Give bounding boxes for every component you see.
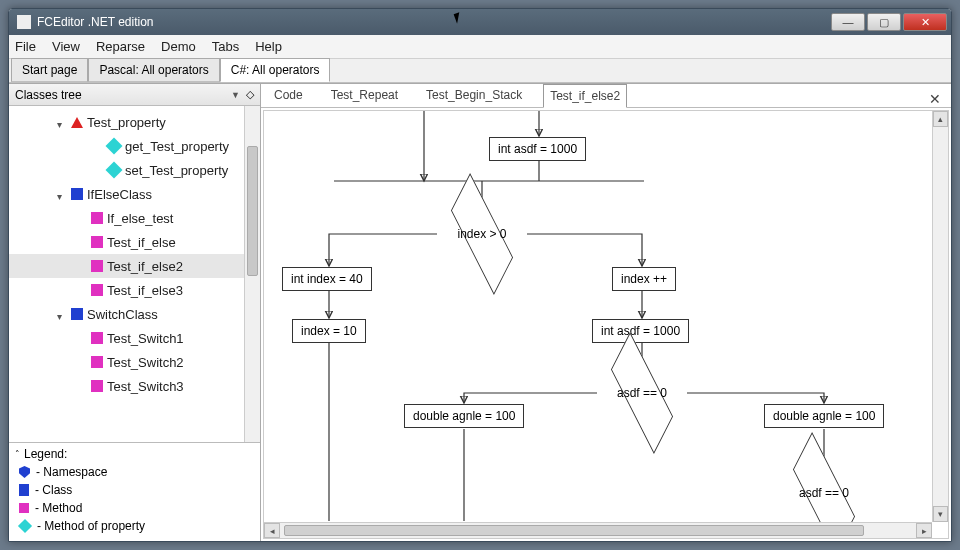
legend-row: - Method of property	[15, 517, 254, 535]
sidebar-header[interactable]: Classes tree ▼ ◇	[9, 84, 260, 106]
namespace-icon	[19, 466, 30, 478]
expander-icon[interactable]	[57, 309, 67, 319]
tree-item[interactable]: Test_if_else2	[9, 254, 260, 278]
flow-box-idx10: index = 10	[292, 319, 366, 343]
triangle-icon	[71, 116, 83, 128]
pin-icon[interactable]: ◇	[246, 88, 254, 101]
app-title: FCEditor .NET edition	[37, 15, 831, 29]
class-icon	[19, 484, 29, 496]
tab-pascal[interactable]: Pascal: All operators	[88, 58, 219, 82]
scroll-down-icon[interactable]: ▾	[933, 506, 948, 522]
flow-box-asdfset: int asdf = 1000	[592, 319, 689, 343]
maximize-button[interactable]: ▢	[867, 13, 901, 31]
legend-row: - Namespace	[15, 463, 254, 481]
tree-item-label: IfElseClass	[87, 187, 152, 202]
class-icon	[71, 188, 83, 200]
subtab-close-icon[interactable]: ✕	[929, 91, 945, 107]
tree-item[interactable]: Test_if_else	[9, 230, 260, 254]
subtab-ifelse2[interactable]: Test_if_else2	[543, 84, 627, 108]
flow-cond-asdf: asdf == 0	[597, 373, 687, 413]
subtab-begin[interactable]: Test_Begin_Stack	[419, 83, 529, 107]
expander-icon[interactable]	[57, 117, 67, 127]
tree-item-label: Test_if_else	[107, 235, 176, 250]
tree-item[interactable]: get_Test_property	[9, 134, 260, 158]
method-icon	[91, 260, 103, 272]
subtab-code[interactable]: Code	[267, 83, 310, 107]
flow-box-agnle-r: double agnle = 100	[764, 404, 884, 428]
legend-label: - Class	[35, 483, 72, 497]
tree-item-label: Test_Switch1	[107, 331, 184, 346]
legend-label: - Namespace	[36, 465, 107, 479]
method-icon	[91, 332, 103, 344]
tree-item[interactable]: SwitchClass	[9, 302, 260, 326]
sidebar: Classes tree ▼ ◇ Test_propertyget_Test_p…	[9, 84, 261, 541]
flow-box-init: int asdf = 1000	[489, 137, 586, 161]
tree-item[interactable]: Test_Switch2	[9, 350, 260, 374]
tree-scroll-thumb[interactable]	[247, 146, 258, 276]
dropdown-icon[interactable]: ▼	[231, 90, 240, 100]
tree-item[interactable]: Test_if_else3	[9, 278, 260, 302]
sidebar-title: Classes tree	[15, 88, 231, 102]
tab-csharp[interactable]: C#: All operators	[220, 58, 331, 82]
tree-item-label: Test_if_else3	[107, 283, 183, 298]
method-icon	[91, 356, 103, 368]
close-button[interactable]: ✕	[903, 13, 947, 31]
flow-box-agnle-l: double agnle = 100	[404, 404, 524, 428]
titlebar[interactable]: FCEditor .NET edition — ▢ ✕	[9, 9, 951, 35]
canvas-vscrollbar[interactable]: ▴ ▾	[932, 111, 948, 522]
classes-tree[interactable]: Test_propertyget_Test_propertyset_Test_p…	[9, 106, 260, 442]
method-icon	[91, 212, 103, 224]
document-tabs: Start page Pascal: All operators C#: All…	[9, 59, 951, 83]
tree-item[interactable]: Test_Switch1	[9, 326, 260, 350]
tree-scrollbar[interactable]	[244, 106, 260, 442]
flow-box-idxinc: index ++	[612, 267, 676, 291]
menu-demo[interactable]: Demo	[161, 39, 196, 54]
subtab-repeat[interactable]: Test_Repeat	[324, 83, 405, 107]
legend-label: - Method	[35, 501, 82, 515]
method-icon	[91, 284, 103, 296]
tree-item-label: Test_Switch3	[107, 379, 184, 394]
tree-item-label: get_Test_property	[125, 139, 229, 154]
tree-item-label: set_Test_property	[125, 163, 228, 178]
legend-row: - Method	[15, 499, 254, 517]
flow-box-idx40: int index = 40	[282, 267, 372, 291]
diamond-icon	[106, 162, 123, 179]
legend-row: - Class	[15, 481, 254, 499]
expander-icon[interactable]	[57, 189, 67, 199]
tab-startpage[interactable]: Start page	[11, 58, 88, 82]
sub-tabs: Code Test_Repeat Test_Begin_Stack Test_i…	[261, 84, 951, 108]
tree-item-label: SwitchClass	[87, 307, 158, 322]
flow-cond-index: index > 0	[437, 214, 527, 254]
flowchart-canvas[interactable]: int asdf = 1000 index > 0 int index = 40…	[263, 110, 949, 539]
menu-reparse[interactable]: Reparse	[96, 39, 145, 54]
method-icon	[19, 503, 29, 513]
minimize-button[interactable]: —	[831, 13, 865, 31]
legend-panel: ˄Legend: - Namespace- Class- Method- Met…	[9, 442, 260, 541]
canvas-hscrollbar[interactable]: ◂ ▸	[264, 522, 932, 538]
method-icon	[91, 380, 103, 392]
method-icon	[91, 236, 103, 248]
app-window: FCEditor .NET edition — ▢ ✕ File View Re…	[8, 8, 952, 542]
tree-item-label: If_else_test	[107, 211, 174, 226]
flow-cond-asdf2: asdf == 0	[779, 473, 869, 513]
menu-tabs[interactable]: Tabs	[212, 39, 239, 54]
chevron-up-icon[interactable]: ˄	[15, 449, 20, 459]
menu-view[interactable]: View	[52, 39, 80, 54]
menubar: File View Reparse Demo Tabs Help	[9, 35, 951, 59]
tree-item[interactable]: set_Test_property	[9, 158, 260, 182]
tree-item-label: Test_property	[87, 115, 166, 130]
diamond-icon	[18, 519, 32, 533]
tree-item[interactable]: Test_property	[9, 110, 260, 134]
tree-item[interactable]: Test_Switch3	[9, 374, 260, 398]
hscroll-thumb[interactable]	[284, 525, 864, 536]
legend-title: Legend:	[24, 447, 67, 461]
scroll-up-icon[interactable]: ▴	[933, 111, 948, 127]
tree-item-label: Test_if_else2	[107, 259, 183, 274]
scroll-left-icon[interactable]: ◂	[264, 523, 280, 538]
legend-label: - Method of property	[37, 519, 145, 533]
menu-help[interactable]: Help	[255, 39, 282, 54]
tree-item[interactable]: IfElseClass	[9, 182, 260, 206]
menu-file[interactable]: File	[15, 39, 36, 54]
scroll-right-icon[interactable]: ▸	[916, 523, 932, 538]
tree-item[interactable]: If_else_test	[9, 206, 260, 230]
